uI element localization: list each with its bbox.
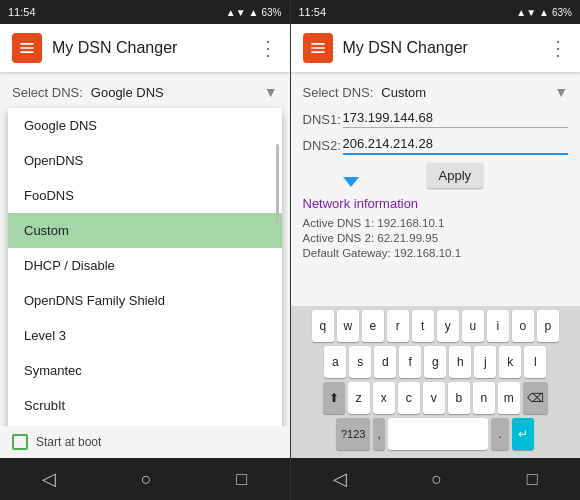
dropdown-arrow-left: ▼: [264, 84, 278, 100]
net-row-3-right: Default Gateway: 192.168.10.1: [303, 247, 569, 259]
key-k[interactable]: k: [499, 346, 521, 378]
key-r[interactable]: r: [387, 310, 409, 342]
key-m[interactable]: m: [498, 382, 520, 414]
keyboard-row-1: q w e r t y u i o p: [293, 310, 579, 342]
enter-key[interactable]: ↵: [512, 418, 534, 450]
time-left: 11:54: [8, 6, 36, 18]
dropdown-item[interactable]: OpenDNS: [8, 143, 282, 178]
status-icons-left: ▲▼ ▲ 63%: [226, 7, 282, 18]
app-title-left: My DSN Changer: [52, 39, 248, 57]
key-b[interactable]: b: [448, 382, 470, 414]
app-title-right: My DSN Changer: [343, 39, 539, 57]
key-u[interactable]: u: [462, 310, 484, 342]
time-right: 11:54: [299, 6, 327, 18]
back-button-right[interactable]: ◁: [333, 468, 347, 490]
keyboard-row-2: a s d f g h j k l: [293, 346, 579, 378]
shift-key[interactable]: ⬆: [323, 382, 345, 414]
dropdown-item[interactable]: FooDNS: [8, 178, 282, 213]
key-d[interactable]: d: [374, 346, 396, 378]
period-key[interactable]: .: [491, 418, 509, 450]
recent-button-left[interactable]: □: [236, 469, 247, 490]
dns1-input[interactable]: 173.199.144.68: [343, 110, 569, 128]
start-boot-checkbox[interactable]: [12, 434, 28, 450]
dns-dropdown[interactable]: Google DNSOpenDNSFooDNSCustomDHCP / Disa…: [8, 108, 282, 426]
battery-icon: 63%: [261, 7, 281, 18]
app-bar-right: My DSN Changer ⋮: [291, 24, 581, 72]
key-i[interactable]: i: [487, 310, 509, 342]
dropdown-item[interactable]: DHCP / Disable: [8, 248, 282, 283]
key-q[interactable]: q: [312, 310, 334, 342]
cursor-apply-row: Apply: [343, 163, 569, 188]
home-button-right[interactable]: ○: [431, 469, 442, 490]
recent-button-right[interactable]: □: [527, 469, 538, 490]
dns1-label-right: DNS1:: [303, 112, 343, 127]
key-l[interactable]: l: [524, 346, 546, 378]
net-row-1-right: Active DNS 1: 192.168.10.1: [303, 217, 569, 229]
battery-icon-r: 63%: [552, 7, 572, 18]
backspace-key[interactable]: ⌫: [523, 382, 548, 414]
key-h[interactable]: h: [449, 346, 471, 378]
key-v[interactable]: v: [423, 382, 445, 414]
comma-key[interactable]: ,: [373, 418, 385, 450]
left-content: Select DNS: Google DNS ▼ DNS1: DNS2: Goo…: [0, 72, 290, 426]
dropdown-item[interactable]: Google DNS: [8, 108, 282, 143]
keyboard-row-4: ?123 , . ↵: [293, 418, 579, 450]
dropdown-arrow-right: ▼: [554, 84, 568, 100]
key-c[interactable]: c: [398, 382, 420, 414]
app-icon-right: [303, 33, 333, 63]
key-n[interactable]: n: [473, 382, 495, 414]
keyboard: q w e r t y u i o p a s d f g h j k l ⬆ …: [291, 306, 581, 458]
right-content: Select DNS: Custom ▼ DNS1: 173.199.144.6…: [291, 72, 581, 306]
network-info-right: Network information Active DNS 1: 192.16…: [303, 196, 569, 259]
dns2-label-right: DNS2:: [303, 138, 343, 153]
scroll-hint: [276, 144, 279, 224]
home-button-left[interactable]: ○: [141, 469, 152, 490]
status-bar-right: 11:54 ▲▼ ▲ 63%: [291, 0, 581, 24]
dropdown-item[interactable]: ScrubIt: [8, 388, 282, 423]
wifi-icon-r: ▲: [539, 7, 549, 18]
key-f[interactable]: f: [399, 346, 421, 378]
key-y[interactable]: y: [437, 310, 459, 342]
key-s[interactable]: s: [349, 346, 371, 378]
right-panel: 11:54 ▲▼ ▲ 63% My DSN Changer ⋮ Select D…: [291, 0, 581, 500]
key-t[interactable]: t: [412, 310, 434, 342]
app-icon-left: [12, 33, 42, 63]
wifi-icon: ▲: [249, 7, 259, 18]
back-button-left[interactable]: ◁: [42, 468, 56, 490]
select-dns-label-left: Select DNS:: [12, 85, 83, 100]
left-panel: 11:54 ▲▼ ▲ 63% My DSN Changer ⋮ Select D…: [0, 0, 290, 500]
status-bar-left: 11:54 ▲▼ ▲ 63%: [0, 0, 290, 24]
space-key[interactable]: [388, 418, 488, 450]
dropdown-item[interactable]: Custom: [8, 213, 282, 248]
dropdown-item[interactable]: dnsadvantage: [8, 423, 282, 426]
nums-key[interactable]: ?123: [336, 418, 370, 450]
key-e[interactable]: e: [362, 310, 384, 342]
select-dns-value-left: Google DNS: [91, 85, 264, 100]
dropdown-item[interactable]: OpenDNS Family Shield: [8, 283, 282, 318]
dns1-row-right: DNS1: 173.199.144.68: [303, 110, 569, 128]
key-w[interactable]: w: [337, 310, 359, 342]
select-dns-value-right: Custom: [381, 85, 554, 100]
text-cursor: [343, 163, 359, 187]
key-a[interactable]: a: [324, 346, 346, 378]
nav-bar-right: ◁ ○ □: [291, 458, 581, 500]
dropdown-item[interactable]: Level 3: [8, 318, 282, 353]
apply-button[interactable]: Apply: [427, 163, 484, 188]
key-p[interactable]: p: [537, 310, 559, 342]
more-menu-right[interactable]: ⋮: [548, 36, 568, 60]
start-boot-label: Start at boot: [36, 435, 101, 449]
key-z[interactable]: z: [348, 382, 370, 414]
dns-select-row-right[interactable]: Select DNS: Custom ▼: [303, 84, 569, 100]
key-j[interactable]: j: [474, 346, 496, 378]
start-boot-row[interactable]: Start at boot: [0, 426, 290, 458]
more-menu-left[interactable]: ⋮: [258, 36, 278, 60]
status-icons-right: ▲▼ ▲ 63%: [516, 7, 572, 18]
key-o[interactable]: o: [512, 310, 534, 342]
dns-select-row-left[interactable]: Select DNS: Google DNS ▼: [12, 84, 278, 100]
network-info-title-right: Network information: [303, 196, 569, 211]
key-x[interactable]: x: [373, 382, 395, 414]
dns2-input[interactable]: 206.214.214.28: [343, 136, 569, 155]
dropdown-item[interactable]: Symantec: [8, 353, 282, 388]
app-bar-left: My DSN Changer ⋮: [0, 24, 290, 72]
key-g[interactable]: g: [424, 346, 446, 378]
